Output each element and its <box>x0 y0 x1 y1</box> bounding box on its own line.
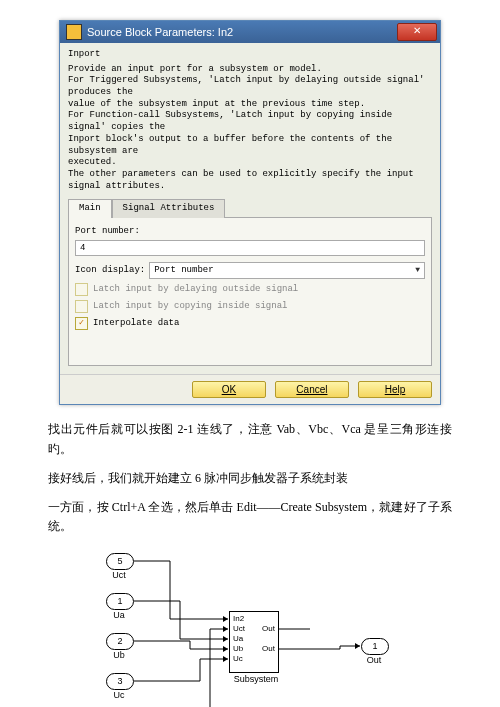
sub-in-3: Ub <box>233 644 243 653</box>
inport-label-uct: Uct <box>104 570 134 580</box>
svg-marker-2 <box>223 646 228 652</box>
subsystem-block: In2 Uct Ua Ub Uc Out Out <box>229 611 279 673</box>
dialog-window: Source Block Parameters: In2 ✕ Inport Pr… <box>59 20 441 405</box>
tab-pane-main: Port number: Icon display: Port number ▼… <box>68 217 432 366</box>
inport-block-5: 5 <box>106 553 134 570</box>
inport-block-1: 1 <box>106 593 134 610</box>
svg-marker-1 <box>223 636 228 642</box>
icon-display-label: Icon display: <box>75 265 145 277</box>
inport-label-ua: Ua <box>104 610 134 620</box>
close-button[interactable]: ✕ <box>397 23 437 41</box>
paragraph-2: 接好线后，我们就开始建立 6 脉冲同步触发器子系统封装 <box>48 469 452 488</box>
outport-block-1: 1 <box>361 638 389 655</box>
dialog-title: Source Block Parameters: In2 <box>87 26 233 38</box>
sub-in-4: Uc <box>233 654 243 663</box>
sub-in-0: In2 <box>233 614 244 623</box>
simulink-diagram: 5 Uct 1 Ua 2 Ub 3 Uc 4 In2 In2 Uct Ua Ub… <box>80 546 420 707</box>
svg-marker-5 <box>355 643 360 649</box>
checkbox-latch-copy-label: Latch input by copying inside signal <box>93 301 287 313</box>
inport-block-2: 2 <box>106 633 134 650</box>
cancel-button[interactable]: Cancel <box>275 381 349 398</box>
outport-label-out: Out <box>359 655 389 665</box>
dialog-titlebar[interactable]: Source Block Parameters: In2 ✕ <box>60 21 440 43</box>
section-description: Provide an input port for a subsystem or… <box>68 64 432 193</box>
inport-label-ub: Ub <box>104 650 134 660</box>
checkbox-latch-copy <box>75 300 88 313</box>
sub-in-2: Ua <box>233 634 243 643</box>
svg-marker-0 <box>223 616 228 622</box>
svg-marker-3 <box>223 656 228 662</box>
port-number-input[interactable] <box>75 240 425 256</box>
checkbox-latch-delay <box>75 283 88 296</box>
tab-signal-attributes[interactable]: Signal Attributes <box>112 199 226 218</box>
port-number-label: Port number: <box>75 226 425 238</box>
checkbox-interpolate[interactable] <box>75 317 88 330</box>
inport-block-3: 3 <box>106 673 134 690</box>
checkbox-interpolate-label: Interpolate data <box>93 318 179 330</box>
icon-display-value: Port number <box>154 265 213 277</box>
svg-marker-4 <box>223 626 228 632</box>
paragraph-1: 找出元件后就可以按图 2-1 连线了，注意 Vab、Vbc、Vca 是呈三角形连… <box>48 420 452 458</box>
tab-main[interactable]: Main <box>68 199 112 218</box>
dialog-body: Inport Provide an input port for a subsy… <box>60 43 440 374</box>
checkbox-latch-delay-label: Latch input by delaying outside signal <box>93 284 298 296</box>
paragraph-3: 一方面，按 Ctrl+A 全选，然后单击 Edit——Create Subsys… <box>48 498 452 536</box>
ok-button[interactable]: OK <box>192 381 266 398</box>
sub-out-0: Out <box>262 624 275 633</box>
app-icon <box>66 24 82 40</box>
inport-label-uc: Uc <box>104 690 134 700</box>
chevron-down-icon: ▼ <box>415 265 420 275</box>
tab-strip: MainSignal Attributes <box>68 198 432 217</box>
dialog-button-row: OK Cancel Help <box>60 374 440 404</box>
help-button[interactable]: Help <box>358 381 432 398</box>
icon-display-select[interactable]: Port number ▼ <box>149 262 425 280</box>
sub-out-1: Out <box>262 644 275 653</box>
sub-in-1: Uct <box>233 624 245 633</box>
subsystem-label: Subsystem <box>232 674 280 684</box>
section-heading: Inport <box>68 49 432 64</box>
